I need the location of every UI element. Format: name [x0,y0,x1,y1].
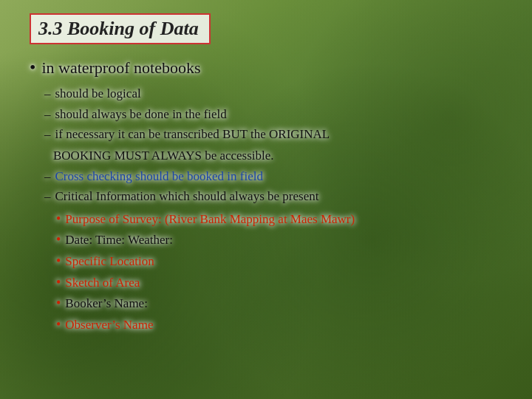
sub-item-2: • Date: Time: Weather: [56,230,510,250]
dash-text-2: should always be done in the field [55,106,227,124]
dash-list-2: – Cross checking should be booked in fie… [30,168,510,206]
sub-item-6: • Observer’s Name [56,315,510,335]
dash-symbol-5: – [44,188,51,206]
dash-symbol-4: – [44,168,51,186]
main-bullet-text: in waterproof notebooks [41,58,200,78]
dash-list: – should be logical – should always be d… [30,85,510,144]
original-word: ORIGINAL [269,127,330,141]
sub-item-3: • Specific Location [56,251,510,271]
dash-symbol-2: – [44,106,51,124]
title-box: 3.3 Booking of Data [30,13,211,44]
sub-text-5: Booker’s Name: [65,295,148,313]
dash-text-4: Cross checking should be booked in field [55,168,263,186]
sub-dot-5: • [56,293,61,313]
dash-text-5: Critical Information which should always… [55,188,319,206]
sub-bullet-list: • Purpose of Survey: (River Bank Mapping… [30,209,510,335]
sub-dot-4: • [56,273,61,292]
content-area: • in waterproof notebooks – should be lo… [22,58,510,335]
sub-dot-2: • [56,230,61,249]
dash-item-3: – if necessary it can be transcribed BUT… [44,126,510,144]
dash-item-1: – should be logical [44,85,510,103]
sub-dot-6: • [56,315,61,334]
the-word: the [250,127,266,141]
dash-item-2: – should always be done in the field [44,106,510,124]
continuation-line: BOOKING MUST ALWAYS be accessible. [30,147,510,166]
dash-text-1: should be logical [55,85,141,103]
sub-item-5: • Booker’s Name: [56,293,510,313]
dash-text-3: if necessary it can be transcribed BUT t… [55,126,330,144]
sub-dot-1: • [56,209,61,228]
sub-text-2: Date: Time: Weather: [65,231,173,250]
dash-symbol-3: – [44,126,51,144]
main-bullet-dot: • [30,58,35,78]
main-bullet: • in waterproof notebooks [30,58,510,78]
slide-container: 3.3 Booking of Data • in waterproof note… [0,0,532,399]
sub-dot-3: • [56,251,61,270]
sub-item-1: • Purpose of Survey: (River Bank Mapping… [56,209,510,229]
dash-symbol-1: – [44,85,51,103]
sub-item-4: • Sketch of Area [56,273,510,293]
sub-text-3: Specific Location [65,253,154,271]
dash-item-5: – Critical Information which should alwa… [44,188,510,206]
sub-text-4: Sketch of Area [65,274,140,293]
sub-text-6: Observer’s Name [65,316,153,335]
slide-title: 3.3 Booking of Data [38,18,199,39]
dash-item-4: – Cross checking should be booked in fie… [44,168,510,186]
sub-text-1: Purpose of Survey: (River Bank Mapping a… [65,211,355,229]
